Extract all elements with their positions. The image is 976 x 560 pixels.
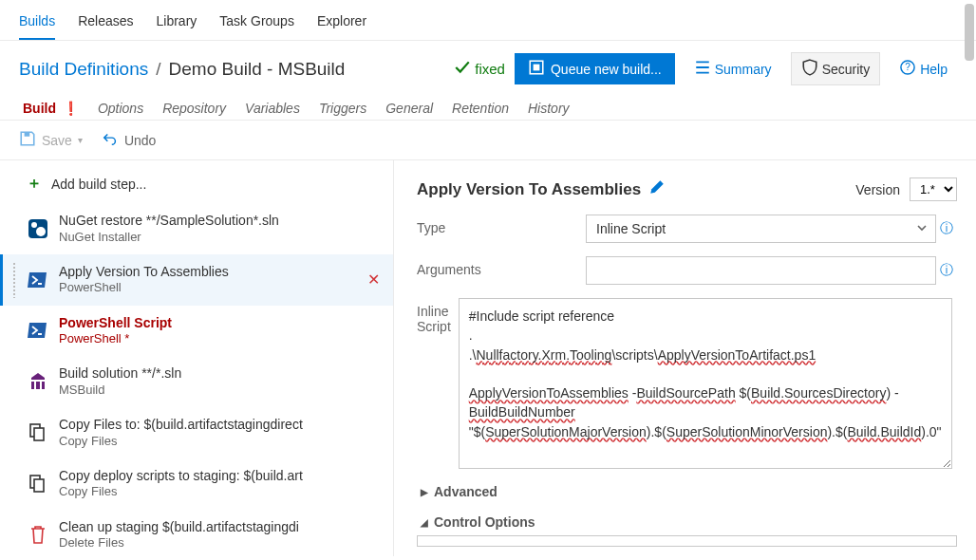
triangle-down-icon: ◢	[421, 517, 428, 528]
step-copy-files-1[interactable]: Copy Files to: $(build.artifactstagingdi…	[0, 407, 393, 458]
security-button[interactable]: Security	[791, 52, 881, 85]
step-title: PowerShell Script	[59, 315, 172, 332]
control-options-expander[interactable]: ◢ Control Options	[421, 514, 957, 530]
step-subtitle: MSBuild	[59, 383, 181, 398]
tab-builds[interactable]: Builds	[19, 8, 55, 40]
security-label: Security	[822, 62, 871, 77]
info-icon[interactable]: ⓘ	[940, 220, 953, 237]
undo-label: Undo	[124, 133, 156, 148]
svg-rect-9	[34, 382, 36, 389]
field-arguments: Arguments ⓘ	[417, 256, 957, 285]
info-icon[interactable]: ⓘ	[940, 262, 953, 279]
subtab-build[interactable]: Build ❗	[23, 101, 79, 116]
step-copy-files-2[interactable]: Copy deploy scripts to staging: $(build.…	[0, 458, 393, 510]
help-icon: ?	[899, 59, 916, 79]
tab-task-groups[interactable]: Task Groups	[219, 8, 294, 40]
svg-rect-4	[25, 132, 30, 137]
add-step-label: Add build step...	[51, 177, 146, 192]
step-subtitle: Copy Files	[59, 484, 303, 499]
save-label: Save	[42, 133, 72, 148]
copy-files-icon	[27, 473, 49, 495]
subtab-general[interactable]: General	[385, 101, 433, 116]
nuget-icon	[27, 217, 49, 240]
subtab-variables[interactable]: Variables	[245, 101, 300, 116]
inline-script-label: Inline Script	[417, 298, 459, 334]
undo-button[interactable]: Undo	[102, 130, 156, 150]
queue-icon	[528, 59, 545, 79]
svg-point-6	[31, 222, 37, 228]
msbuild-icon	[27, 370, 49, 393]
step-apply-version[interactable]: Apply Version To Assemblies PowerShell ✕	[0, 254, 393, 306]
panel-title: Apply Version To Assemblies	[417, 180, 641, 199]
type-value: Inline Script	[596, 221, 666, 236]
add-build-step-button[interactable]: ＋ Add build step...	[0, 174, 393, 203]
control-options-label: Control Options	[434, 514, 535, 530]
tab-explorer[interactable]: Explorer	[317, 8, 366, 40]
step-subtitle: NuGet Installer	[59, 230, 279, 245]
breadcrumb-root[interactable]: Build Definitions	[19, 59, 148, 80]
svg-rect-1	[534, 65, 540, 71]
queue-new-build-button[interactable]: Queue new build...	[515, 53, 675, 84]
step-powershell-script[interactable]: PowerShell Script PowerShell *	[0, 306, 393, 357]
svg-rect-10	[40, 382, 42, 389]
panel-header: Apply Version To Assemblies Version 1.*	[417, 177, 957, 201]
header-row: Build Definitions / Demo Build - MSBuild…	[0, 41, 976, 97]
step-subtitle: PowerShell	[59, 280, 229, 295]
breadcrumb: Build Definitions / Demo Build - MSBuild	[19, 59, 444, 80]
advanced-expander[interactable]: ▶ Advanced	[421, 484, 957, 499]
steps-list: NuGet restore **/SampleSolution*.sln NuG…	[0, 203, 393, 556]
step-subtitle: Copy Files	[59, 434, 303, 449]
svg-rect-8	[31, 382, 45, 389]
status-text: fixed	[475, 61, 505, 77]
delete-files-icon	[27, 523, 49, 546]
tab-releases[interactable]: Releases	[78, 8, 133, 40]
queue-label: Queue new build...	[551, 62, 662, 77]
advanced-label: Advanced	[434, 484, 497, 499]
arguments-input[interactable]	[586, 256, 936, 285]
delete-step-icon[interactable]: ✕	[367, 271, 380, 289]
svg-rect-14	[34, 479, 44, 492]
type-select[interactable]: Inline Script	[586, 215, 936, 243]
save-icon	[19, 130, 36, 150]
step-title: Apply Version To Assemblies	[59, 264, 229, 281]
step-title: Copy Files to: $(build.artifactstagingdi…	[59, 417, 303, 434]
powershell-icon	[27, 319, 49, 342]
inline-script-input[interactable]: #Include script reference . .\Nullfactor…	[459, 298, 952, 469]
step-build-solution[interactable]: Build solution **/*.sln MSBuild	[0, 356, 393, 407]
summary-label: Summary	[715, 62, 772, 77]
step-clean-up-staging[interactable]: Clean up staging $(build.artifactstaging…	[0, 510, 393, 557]
step-nuget-restore[interactable]: NuGet restore **/SampleSolution*.sln NuG…	[0, 203, 393, 254]
list-icon	[694, 59, 711, 79]
scrollbar-thumb[interactable]	[965, 4, 974, 61]
arguments-label: Arguments	[417, 256, 586, 277]
help-link[interactable]: ? Help	[890, 53, 957, 84]
content: ＋ Add build step... NuGet restore **/Sam…	[0, 159, 976, 556]
version-select[interactable]: 1.*	[910, 177, 957, 201]
sub-tabs: Build ❗ Options Repository Variables Tri…	[0, 97, 976, 120]
top-tabs: Builds Releases Library Task Groups Expl…	[0, 0, 976, 41]
svg-text:?: ?	[905, 62, 910, 72]
svg-point-7	[36, 227, 46, 236]
subtab-history[interactable]: History	[528, 101, 570, 116]
summary-link[interactable]: Summary	[685, 53, 781, 84]
properties-pane: Apply Version To Assemblies Version 1.* …	[394, 160, 976, 556]
edit-icon[interactable]	[648, 178, 666, 200]
subtab-retention[interactable]: Retention	[452, 101, 509, 116]
step-title: Build solution **/*.sln	[59, 365, 181, 383]
svg-rect-12	[34, 428, 44, 440]
steps-pane: ＋ Add build step... NuGet restore **/Sam…	[0, 160, 394, 556]
subtab-repository[interactable]: Repository	[162, 101, 226, 116]
subtab-options[interactable]: Options	[98, 101, 143, 116]
copy-files-icon	[27, 421, 49, 444]
step-subtitle: Delete Files	[59, 535, 299, 551]
subtab-triggers[interactable]: Triggers	[319, 101, 366, 116]
type-label: Type	[417, 215, 586, 235]
save-button[interactable]: Save ▾	[19, 130, 83, 150]
step-title: Copy deploy scripts to staging: $(build.…	[59, 468, 303, 485]
tab-library[interactable]: Library	[157, 8, 197, 40]
step-title: Clean up staging $(build.artifactstaging…	[59, 519, 299, 536]
field-inline-script: Inline Script #Include script reference …	[417, 298, 957, 469]
powershell-icon	[27, 269, 49, 291]
chevron-down-icon	[916, 221, 928, 236]
help-label: Help	[920, 62, 948, 77]
